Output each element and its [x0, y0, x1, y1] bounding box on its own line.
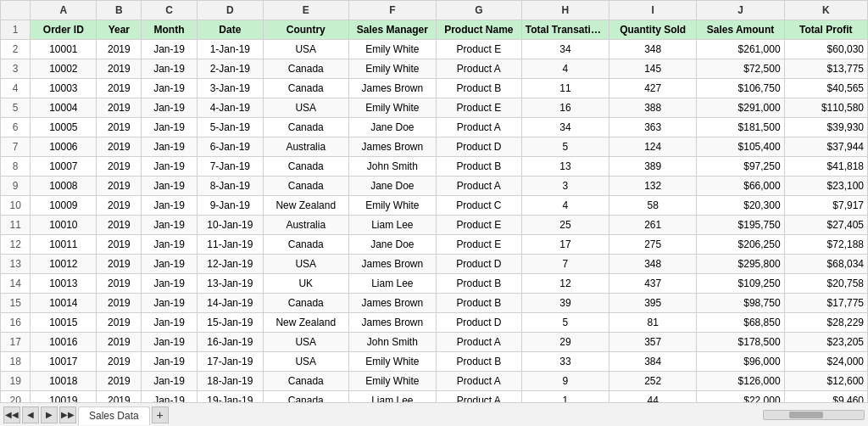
cell-sales-amount[interactable]: $72,500	[697, 59, 784, 79]
cell-product-name[interactable]: Product E	[436, 216, 521, 235]
cell-sales-amount[interactable]: $97,250	[697, 157, 784, 177]
cell-month[interactable]: Jan-19	[142, 216, 198, 235]
first-sheet-btn[interactable]: ◀◀	[3, 406, 20, 423]
cell-year[interactable]: 2019	[97, 235, 142, 255]
cell-product-name[interactable]: Product A	[436, 177, 521, 196]
cell-total-transactions[interactable]: 5	[521, 313, 609, 333]
horizontal-scrollbar[interactable]	[763, 410, 865, 420]
cell-total-transactions[interactable]: 11	[521, 79, 609, 98]
cell-year[interactable]: 2019	[97, 79, 142, 98]
cell-total-profit[interactable]: $7,917	[784, 196, 867, 216]
cell-sales-manager[interactable]: Liam Lee	[348, 274, 436, 294]
cell-total-transactions[interactable]: 17	[521, 235, 609, 255]
cell-sales-manager[interactable]: Emily White	[348, 372, 436, 391]
header-country[interactable]: Country	[263, 20, 348, 40]
cell-total-transactions[interactable]: 7	[521, 255, 609, 274]
cell-date[interactable]: 15-Jan-19	[197, 313, 263, 333]
cell-month[interactable]: Jan-19	[142, 333, 198, 352]
next-sheet-btn[interactable]: ▶	[41, 406, 58, 423]
cell-date[interactable]: 4-Jan-19	[197, 98, 263, 118]
cell-date[interactable]: 17-Jan-19	[197, 352, 263, 372]
cell-order-id[interactable]: 10002	[31, 59, 97, 79]
cell-total-profit[interactable]: $41,818	[784, 157, 867, 177]
cell-year[interactable]: 2019	[97, 255, 142, 274]
cell-year[interactable]: 2019	[97, 372, 142, 391]
prev-sheet-btn[interactable]: ◀	[22, 406, 39, 423]
cell-year[interactable]: 2019	[97, 196, 142, 216]
cell-total-transactions[interactable]: 1	[521, 391, 609, 403]
cell-total-transactions[interactable]: 3	[521, 177, 609, 196]
cell-order-id[interactable]: 10013	[31, 274, 97, 294]
cell-month[interactable]: Jan-19	[142, 352, 198, 372]
cell-product-name[interactable]: Product E	[436, 40, 521, 59]
cell-country[interactable]: New Zealand	[263, 313, 348, 333]
last-sheet-btn[interactable]: ▶▶	[59, 406, 76, 423]
header-product-name[interactable]: Product Name	[436, 20, 521, 40]
cell-order-id[interactable]: 10012	[31, 255, 97, 274]
cell-country[interactable]: Canada	[263, 294, 348, 313]
cell-country[interactable]: Australia	[263, 216, 348, 235]
cell-year[interactable]: 2019	[97, 177, 142, 196]
cell-product-name[interactable]: Product E	[436, 98, 521, 118]
cell-product-name[interactable]: Product D	[436, 313, 521, 333]
cell-product-name[interactable]: Product D	[436, 137, 521, 157]
cell-order-id[interactable]: 10001	[31, 40, 97, 59]
cell-order-id[interactable]: 10003	[31, 79, 97, 98]
cell-total-profit[interactable]: $20,758	[784, 274, 867, 294]
cell-month[interactable]: Jan-19	[142, 274, 198, 294]
cell-sales-amount[interactable]: $181,500	[697, 118, 784, 137]
cell-date[interactable]: 6-Jan-19	[197, 137, 263, 157]
cell-quantity-sold[interactable]: 389	[609, 157, 697, 177]
cell-total-transactions[interactable]: 4	[521, 196, 609, 216]
cell-quantity-sold[interactable]: 58	[609, 196, 697, 216]
cell-sales-amount[interactable]: $105,400	[697, 137, 784, 157]
cell-month[interactable]: Jan-19	[142, 98, 198, 118]
col-letter-k[interactable]: K	[784, 1, 867, 20]
cell-sales-amount[interactable]: $291,000	[697, 98, 784, 118]
col-letter-d[interactable]: D	[197, 1, 263, 20]
cell-order-id[interactable]: 10007	[31, 157, 97, 177]
cell-date[interactable]: 16-Jan-19	[197, 333, 263, 352]
cell-order-id[interactable]: 10014	[31, 294, 97, 313]
cell-sales-amount[interactable]: $195,750	[697, 216, 784, 235]
cell-year[interactable]: 2019	[97, 59, 142, 79]
cell-total-profit[interactable]: $27,405	[784, 216, 867, 235]
cell-date[interactable]: 5-Jan-19	[197, 118, 263, 137]
cell-total-profit[interactable]: $110,580	[784, 98, 867, 118]
header-order-id[interactable]: Order ID	[31, 20, 97, 40]
cell-month[interactable]: Jan-19	[142, 79, 198, 98]
cell-total-transactions[interactable]: 25	[521, 216, 609, 235]
cell-sales-manager[interactable]: Jane Doe	[348, 177, 436, 196]
cell-quantity-sold[interactable]: 44	[609, 391, 697, 403]
cell-order-id[interactable]: 10015	[31, 313, 97, 333]
cell-country[interactable]: USA	[263, 352, 348, 372]
cell-month[interactable]: Jan-19	[142, 59, 198, 79]
cell-product-name[interactable]: Product B	[436, 157, 521, 177]
cell-month[interactable]: Jan-19	[142, 40, 198, 59]
cell-sales-manager[interactable]: John Smith	[348, 333, 436, 352]
cell-year[interactable]: 2019	[97, 137, 142, 157]
cell-date[interactable]: 14-Jan-19	[197, 294, 263, 313]
col-letter-g[interactable]: G	[436, 1, 521, 20]
cell-date[interactable]: 13-Jan-19	[197, 274, 263, 294]
cell-sales-manager[interactable]: Liam Lee	[348, 216, 436, 235]
cell-quantity-sold[interactable]: 388	[609, 98, 697, 118]
cell-total-transactions[interactable]: 34	[521, 40, 609, 59]
cell-month[interactable]: Jan-19	[142, 137, 198, 157]
cell-quantity-sold[interactable]: 363	[609, 118, 697, 137]
cell-date[interactable]: 12-Jan-19	[197, 255, 263, 274]
cell-sales-amount[interactable]: $20,300	[697, 196, 784, 216]
cell-quantity-sold[interactable]: 357	[609, 333, 697, 352]
cell-order-id[interactable]: 10019	[31, 391, 97, 403]
cell-date[interactable]: 9-Jan-19	[197, 196, 263, 216]
cell-sales-manager[interactable]: Jane Doe	[348, 118, 436, 137]
cell-quantity-sold[interactable]: 348	[609, 40, 697, 59]
col-letter-i[interactable]: I	[609, 1, 697, 20]
cell-month[interactable]: Jan-19	[142, 294, 198, 313]
cell-year[interactable]: 2019	[97, 157, 142, 177]
cell-total-profit[interactable]: $24,000	[784, 352, 867, 372]
cell-sales-manager[interactable]: James Brown	[348, 255, 436, 274]
cell-sales-amount[interactable]: $22,000	[697, 391, 784, 403]
cell-order-id[interactable]: 10005	[31, 118, 97, 137]
cell-month[interactable]: Jan-19	[142, 372, 198, 391]
